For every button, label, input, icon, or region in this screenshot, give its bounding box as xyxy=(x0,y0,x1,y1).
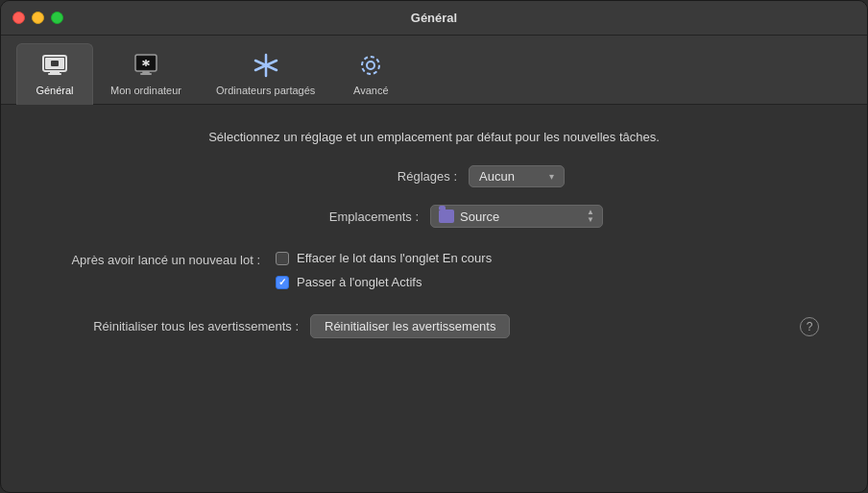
help-label: ? xyxy=(807,320,813,333)
checkbox-switch-tab-label: Passer à l'onglet Actifs xyxy=(297,275,422,289)
stepper-arrows: ▲ ▼ xyxy=(587,209,594,224)
minimize-button[interactable] xyxy=(32,12,44,24)
chevron-down-icon: ▾ xyxy=(549,171,554,182)
tab-advanced[interactable]: Avancé xyxy=(332,44,409,104)
title-bar: Général xyxy=(1,1,867,36)
help-icon[interactable]: ? xyxy=(800,317,819,336)
folder-icon xyxy=(439,210,454,223)
checkbox-switch-tab[interactable] xyxy=(276,276,289,289)
reset-row: Réinitialiser tous les avertissements : … xyxy=(39,314,829,338)
tab-shared-label: Ordinateurs partagés xyxy=(216,85,315,96)
tab-general-label: Général xyxy=(36,85,73,96)
after-launch-label: Après avoir lancé un nouveau lot : xyxy=(39,251,260,267)
svg-point-16 xyxy=(362,57,379,74)
svg-rect-4 xyxy=(51,61,59,66)
tab-my-computer[interactable]: Mon ordinateur xyxy=(93,44,199,104)
svg-rect-10 xyxy=(142,71,150,73)
tab-shared[interactable]: Ordinateurs partagés xyxy=(199,44,332,104)
checkbox-clear-batch[interactable] xyxy=(276,252,289,265)
tab-general[interactable]: Général xyxy=(16,43,93,105)
asterisk-icon xyxy=(251,50,281,81)
maximize-button[interactable] xyxy=(51,12,63,24)
tab-my-computer-label: Mon ordinateur xyxy=(110,85,181,96)
computer-icon xyxy=(131,50,161,81)
locations-label: Emplacements : xyxy=(265,210,419,224)
svg-rect-11 xyxy=(140,73,152,75)
after-launch-section: Après avoir lancé un nouveau lot : Effac… xyxy=(39,251,829,289)
locations-value: Source xyxy=(460,210,499,224)
traffic-lights xyxy=(12,12,63,24)
gear-icon xyxy=(355,50,386,81)
locations-row: Emplacements : Source ▲ ▼ xyxy=(39,205,829,228)
reset-label: Réinitialiser tous les avertissements : xyxy=(39,319,299,333)
screen-icon xyxy=(39,50,70,81)
settings-label: Réglages : xyxy=(303,169,457,184)
window: Général Général xyxy=(0,0,868,493)
tab-advanced-label: Avancé xyxy=(353,85,389,96)
main-content: Sélectionnez un réglage et un emplacemen… xyxy=(1,105,867,492)
toolbar: Général Mon ordinateur xyxy=(1,36,867,105)
settings-row: Réglages : Aucun ▾ xyxy=(39,165,829,187)
close-button[interactable] xyxy=(12,12,25,24)
checkbox-row-1[interactable]: Effacer le lot dans l'onglet En cours xyxy=(276,251,492,265)
reset-button[interactable]: Réinitialiser les avertissements xyxy=(310,314,510,338)
window-title: Général xyxy=(411,11,457,25)
settings-dropdown[interactable]: Aucun ▾ xyxy=(469,165,565,187)
checkbox-clear-batch-label: Effacer le lot dans l'onglet En cours xyxy=(297,251,492,265)
checkbox-row-2[interactable]: Passer à l'onglet Actifs xyxy=(276,275,492,289)
description-text: Sélectionnez un réglage et un emplacemen… xyxy=(39,130,829,144)
checkboxes-column: Effacer le lot dans l'onglet En cours Pa… xyxy=(276,251,492,289)
locations-dropdown[interactable]: Source ▲ ▼ xyxy=(430,205,603,228)
svg-point-15 xyxy=(367,62,374,69)
settings-value: Aucun xyxy=(479,169,515,184)
svg-rect-2 xyxy=(48,73,61,75)
